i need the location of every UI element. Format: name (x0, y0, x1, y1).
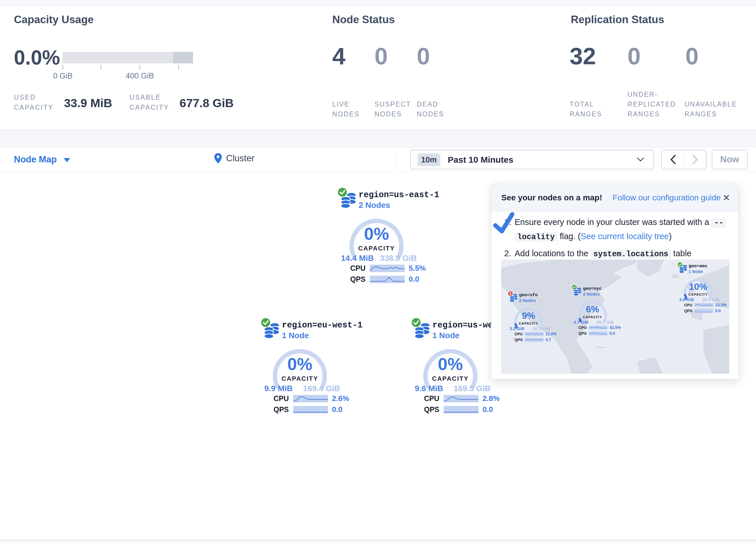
node-group-us-east-1[interactable]: region=us-east-1 2 Nodes 0% CAPACITY 14.… (333, 187, 423, 287)
capacity-usage-title: Capacity Usage (14, 14, 94, 26)
cluster-summary-panel: Capacity Usage 0.0% 0 GiB 400 GiB USED C… (0, 5, 756, 130)
node-group-title: geo=sfo (519, 293, 538, 297)
map-node-geo-ams: geo=ams 1 Node 10% CAPACITY 3.6 GiB 34.4… (675, 262, 722, 315)
unavailable-ranges-label: UNAVAILABLE RANGES (685, 99, 742, 119)
cpu-metric-row: CPU 12.3% (684, 303, 726, 307)
cpu-value: 42.5% (610, 325, 621, 330)
capacity-values: 3.2 GiB 35.1 GiB (510, 326, 550, 331)
database-nodes-icon (679, 264, 688, 274)
total-value: 65.7 GiB (597, 320, 614, 325)
database-nodes-icon (340, 191, 358, 209)
capacity-percent: 10% (682, 282, 714, 292)
database-nodes-icon (414, 322, 432, 340)
total-value: 35.1 GiB (533, 326, 550, 331)
capacity-label: CAPACITY (347, 245, 406, 252)
cpu-metric-row: CPU 2.6% (274, 394, 349, 403)
map-pin-icon (214, 153, 222, 163)
step-text: ) (669, 231, 672, 241)
configuration-guide-link[interactable]: Follow our configuration guide (613, 193, 721, 202)
cpu-label: CPU (684, 303, 693, 307)
used-value: 3.7 GiB (574, 320, 588, 325)
cpu-value: 2.8% (482, 394, 500, 403)
node-group-title: region=us-east-1 (359, 190, 439, 200)
chevron-left-icon (670, 155, 676, 164)
chevron-right-icon (692, 155, 698, 164)
bottom-page-strip (0, 539, 756, 542)
database-nodes-icon (264, 322, 281, 340)
capacity-stats: USED CAPACITY 33.9 MiB USABLE CAPACITY 6… (14, 92, 251, 113)
cpu-metric-row: CPU 5.5% (350, 264, 426, 273)
live-nodes-value: 4 (332, 43, 375, 70)
step-text: flag. ( (560, 231, 581, 241)
step-text: Add locations to the (515, 249, 588, 258)
qps-metric-row: QPS 0.0 (424, 405, 493, 414)
used-capacity-value: 33.9 MiB (64, 96, 112, 110)
time-forward-button[interactable] (684, 150, 706, 169)
node-group-count: 1 Node (432, 331, 459, 340)
qps-metric-row: QPS 0.0 (579, 331, 615, 336)
cpu-label: CPU (579, 326, 587, 330)
qps-label: QPS (579, 331, 587, 336)
cpu-label: CPU (515, 332, 523, 336)
time-nav-buttons (661, 150, 707, 169)
node-group-count: 1 Node (689, 269, 703, 274)
total-ranges-value: 32 (570, 43, 627, 70)
breadcrumb[interactable]: Cluster (214, 153, 254, 163)
axis-tick-label: 0 GiB (43, 71, 83, 80)
total-value: 34.4 GiB (702, 297, 719, 302)
capacity-values: 3.6 GiB 34.4 GiB (679, 297, 720, 302)
cpu-sparkline (370, 264, 405, 272)
cpu-value: 12.3% (715, 303, 726, 307)
capacity-percent: 6% (577, 304, 608, 315)
toolbar-divider (396, 150, 396, 169)
node-group-eu-west-1[interactable]: region=eu-west-1 1 Node 0% CAPACITY 9.9 … (256, 317, 346, 417)
axis-tick-label: 400 GiB (120, 71, 160, 80)
locality-tree-link[interactable]: See current locality tree (581, 231, 669, 241)
qps-value: 0.0 (610, 331, 615, 336)
code-chip: system.locations (591, 249, 671, 259)
database-nodes-icon (573, 287, 583, 296)
dead-nodes-value: 0 (417, 43, 459, 70)
cpu-sparkline (695, 303, 713, 307)
time-range-selector[interactable]: 10m Past 10 Minutes (410, 150, 654, 169)
capacity-values: 14.4 MiB 338.9 GiB (341, 253, 417, 263)
view-selector-dropdown[interactable]: Node Map (14, 154, 70, 165)
node-status-title: Node Status (332, 14, 395, 26)
qps-value: 0.0 (482, 405, 493, 414)
database-nodes-icon (509, 293, 519, 303)
chevron-down-icon (637, 157, 644, 162)
capacity-label: CAPACITY (270, 375, 330, 383)
chevron-down-icon (64, 158, 70, 162)
qps-label: QPS (424, 405, 440, 414)
code-chip: locality (515, 232, 557, 242)
used-capacity-label: USED CAPACITY (14, 92, 62, 113)
cpu-label: CPU (424, 394, 440, 403)
big-check-icon (492, 211, 517, 236)
node-group-us-west-1[interactable]: region=us-west-1 1 Node 0% CAPACITY 9.6 … (407, 317, 496, 417)
node-group-title: geo=ams (689, 263, 707, 268)
dead-nodes-label: DEAD NODES (417, 99, 459, 119)
cpu-metric-row: CPU 42.5% (579, 325, 621, 330)
capacity-percent: 0% (270, 354, 330, 374)
view-selector-label: Node Map (14, 154, 57, 165)
qps-metric-row: QPS 0.0 (350, 275, 419, 284)
now-button[interactable]: Now (712, 150, 748, 169)
used-value: 14.4 MiB (341, 253, 374, 263)
axis-tick (63, 65, 63, 69)
used-value: 3.2 GiB (510, 326, 524, 331)
close-icon[interactable]: ✕ (722, 192, 730, 203)
replication-status-title: Replication Status (571, 14, 664, 26)
unavailable-ranges-value: 0 (685, 43, 743, 70)
total-ranges-label: TOTAL RANGES (570, 99, 627, 119)
capacity-values: 3.7 GiB 65.7 GiB (574, 320, 614, 325)
map-node-geo-sfo: 1 geo=sfo 2 Nodes 9% CAPACITY 3.2 GiB 35… (505, 291, 553, 344)
step-text: Ensure every node in your cluster was st… (515, 217, 709, 227)
qps-value: 4.7 (546, 337, 551, 342)
capacity-label: CAPACITY (577, 315, 608, 319)
qps-sparkline (589, 331, 608, 335)
time-back-button[interactable] (662, 150, 684, 169)
capacity-label: CAPACITY (682, 293, 714, 297)
capacity-values: 9.6 MiB 169.5 GiB (415, 384, 491, 393)
capacity-label: CAPACITY (513, 322, 544, 326)
step-number: 2. (504, 247, 511, 260)
